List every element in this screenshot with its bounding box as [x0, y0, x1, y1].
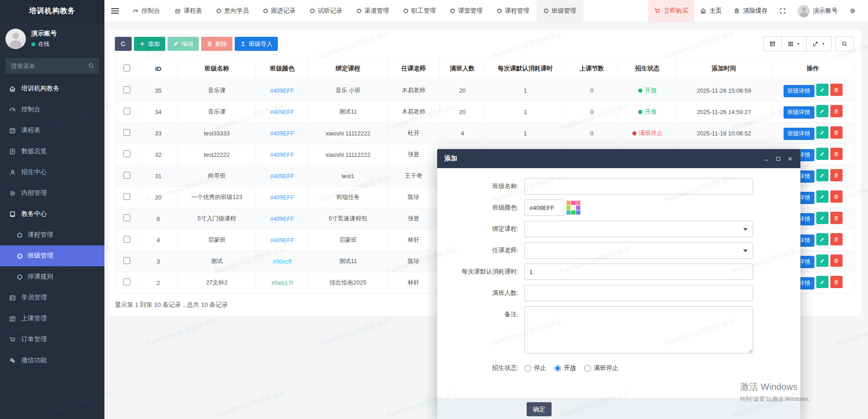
row-delete-button[interactable] [830, 190, 843, 203]
minimize-icon[interactable] [764, 156, 769, 162]
row-checkbox[interactable] [123, 150, 130, 157]
delete-button[interactable]: 删除 [201, 37, 232, 51]
status-radio[interactable] [554, 365, 561, 372]
sidebar-item[interactable]: 学员管理 [0, 287, 104, 308]
menu-search-input[interactable] [5, 58, 99, 74]
sidebar-item[interactable]: 微信功能 [0, 350, 104, 371]
class-detail-button[interactable]: 班级详情 [784, 85, 814, 97]
home-button[interactable]: 主页 [694, 0, 728, 22]
nav-tab[interactable]: 控制台 [125, 0, 168, 22]
search-toggle-button[interactable] [835, 36, 854, 51]
row-checkbox[interactable] [123, 86, 130, 93]
bind-course-select[interactable] [524, 221, 753, 237]
swatch-color[interactable] [571, 201, 575, 205]
sidebar-item[interactable]: 控制台 [0, 99, 104, 120]
status-radio[interactable] [524, 365, 531, 372]
class-detail-button[interactable]: 班级详情 [784, 106, 814, 119]
row-edit-button[interactable] [816, 190, 829, 203]
swatch-color[interactable] [576, 201, 580, 205]
row-delete-button[interactable] [830, 126, 843, 139]
sidebar-item[interactable]: 课程管理 [0, 224, 104, 245]
sidebar-item[interactable]: 数据总览 [0, 141, 104, 162]
maximize-icon[interactable] [775, 156, 781, 162]
status-radio-option[interactable]: 停止 [524, 364, 546, 372]
sidebar-item[interactable]: 班级管理 [0, 245, 104, 266]
row-delete-button[interactable] [830, 212, 843, 224]
consume-input[interactable] [524, 264, 753, 280]
nav-tab[interactable]: 试听记录 [303, 0, 350, 22]
sidebar-item[interactable]: 上课管理 [0, 308, 104, 329]
nav-tab[interactable]: 意向学员 [209, 0, 256, 22]
row-edit-button[interactable] [816, 276, 829, 288]
row-delete-button[interactable] [830, 276, 843, 288]
swatch-color[interactable] [567, 205, 571, 210]
remark-textarea[interactable] [524, 306, 753, 354]
settings-button[interactable] [843, 0, 862, 22]
nav-tab[interactable]: 班级管理 [537, 0, 583, 22]
row-checkbox[interactable] [123, 193, 130, 200]
row-edit-button[interactable] [816, 254, 829, 267]
hamburger-menu-icon[interactable] [104, 0, 125, 22]
row-checkbox[interactable] [123, 279, 130, 285]
row-checkbox[interactable] [123, 257, 130, 264]
nav-tab[interactable]: 课程管理 [490, 0, 537, 22]
refresh-button[interactable] [115, 37, 132, 51]
sidebar-item[interactable]: 培训机构教务 [0, 78, 104, 99]
row-checkbox[interactable] [123, 129, 130, 136]
sidebar-item[interactable]: 订单管理 [0, 329, 104, 350]
close-icon[interactable] [787, 156, 793, 162]
columns-button[interactable] [781, 36, 807, 51]
teacher-select[interactable] [524, 242, 753, 259]
sidebar-item[interactable]: 内部管理 [0, 183, 104, 204]
sidebar-item[interactable]: 招生中心 [0, 162, 104, 183]
row-checkbox[interactable] [123, 172, 130, 179]
class-color-input[interactable] [524, 200, 564, 216]
edit-button[interactable]: 编辑 [168, 37, 199, 51]
sidebar-item[interactable]: 排课规则 [0, 266, 104, 287]
export-button[interactable] [806, 36, 832, 51]
swatch-color[interactable] [567, 210, 571, 214]
clear-cache-button[interactable]: 清除缓存 [728, 0, 774, 22]
account-menu[interactable]: 演示账号 [792, 0, 843, 22]
fullscreen-button[interactable] [774, 0, 792, 22]
row-edit-button[interactable] [816, 148, 829, 160]
swatch-color[interactable] [567, 201, 571, 205]
status-radio-option[interactable]: 满班停止 [584, 364, 618, 372]
row-checkbox[interactable] [123, 108, 130, 115]
row-edit-button[interactable] [816, 105, 829, 117]
swatch-color[interactable] [576, 210, 580, 214]
color-picker-swatch[interactable] [566, 200, 581, 215]
dialog-titlebar[interactable]: 添加 [437, 149, 800, 168]
row-edit-button[interactable] [816, 233, 829, 245]
row-delete-button[interactable] [830, 84, 843, 96]
confirm-button[interactable]: 确定 [527, 402, 552, 416]
nav-tab[interactable]: 跟进记录 [256, 0, 303, 22]
nav-tab[interactable]: 课室管理 [443, 0, 490, 22]
row-delete-button[interactable] [830, 148, 843, 160]
row-checkbox[interactable] [123, 236, 130, 243]
row-delete-button[interactable] [830, 254, 843, 267]
capacity-input[interactable] [524, 285, 753, 301]
sidebar-item[interactable]: 教务中心 [0, 204, 104, 224]
nav-tab[interactable]: 职工管理 [396, 0, 443, 22]
row-edit-button[interactable] [816, 169, 829, 181]
row-delete-button[interactable] [830, 105, 843, 117]
row-edit-button[interactable] [816, 212, 829, 224]
buy-now-button[interactable]: 立即购买 [648, 0, 694, 22]
detail-view-button[interactable] [763, 36, 782, 51]
swatch-color[interactable] [571, 205, 575, 210]
class-detail-button[interactable]: 班级详情 [784, 128, 814, 140]
nav-tab[interactable]: 课程表 [168, 0, 210, 22]
row-delete-button[interactable] [830, 233, 843, 245]
swatch-color[interactable] [576, 205, 580, 210]
select-all-checkbox[interactable] [123, 65, 130, 71]
nav-tab[interactable]: 渠道管理 [350, 0, 396, 22]
status-radio[interactable] [584, 365, 591, 372]
swatch-color[interactable] [571, 210, 575, 214]
class-name-input[interactable] [524, 178, 753, 195]
status-radio-option[interactable]: 开放 [554, 364, 576, 372]
row-edit-button[interactable] [816, 84, 829, 96]
import-button[interactable]: 班级导入 [235, 37, 278, 51]
sidebar-item[interactable]: 课程表 [0, 120, 104, 141]
row-delete-button[interactable] [830, 169, 843, 181]
